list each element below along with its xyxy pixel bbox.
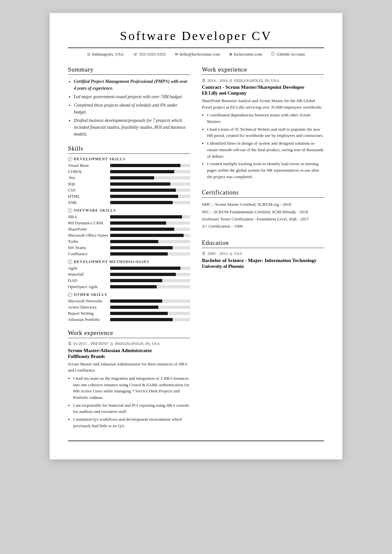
web-icon: ⊕ (229, 52, 232, 57)
skill-bar-bg (110, 215, 190, 218)
we-bullet-item: I lead my team on the migration and inte… (73, 375, 190, 401)
skill-row: MS Dynamics CRM (68, 220, 190, 226)
edu-header: 🗓 2009 – 2012 ⊙ USA (202, 251, 324, 257)
skill-category-label: i DEVELOPMENT SKILLS (68, 157, 190, 161)
bottom-divider (68, 441, 324, 441)
we-bullet-item: I lead a team of 35 Technical Writers an… (207, 126, 324, 139)
skill-bar-fill (110, 195, 178, 198)
title-divider (68, 47, 324, 48)
we-description: SharePoint Business Analyst and Scrum Ma… (202, 98, 324, 110)
education-title: Education (202, 239, 324, 246)
education-section: Education 🗓 2009 – 2012 ⊙ USABachelor of… (202, 239, 324, 269)
calendar-icon: 🗓 (68, 341, 72, 346)
skill-row: Agile (68, 266, 190, 271)
edu-degree: Bachelor of Science - Major: Information… (202, 257, 324, 263)
summary-item-3: Completed these projects ahead of schedu… (74, 102, 190, 115)
we-bullet-item: I created multiple tracking tools to ide… (207, 161, 324, 180)
skill-bar-bg (110, 170, 190, 173)
skill-name: MS Teams (68, 245, 110, 250)
contact-website: ⊕ kickresume.com (229, 51, 262, 57)
skill-row: SQL (68, 181, 190, 187)
skill-row: XML (68, 200, 190, 205)
work-left-container: 🗓 01/2015 – PRESENT ⊙ INDIANAPOLIS, IN, … (68, 341, 190, 429)
work-experience-right-title: Work experience (202, 66, 324, 73)
skill-bar-bg (110, 246, 190, 249)
skills-title: Skills (68, 145, 190, 152)
skill-bar-fill (110, 285, 157, 288)
location-pin-icon: ⊙ (110, 341, 113, 347)
work-experience-right-divider (202, 74, 324, 75)
skill-category-label: i DEVELOPMENT METHODOLOGIES (68, 260, 190, 264)
info-icon: i (68, 208, 72, 213)
skill-name: Active Directory (68, 305, 110, 310)
skill-bar-bg (110, 252, 190, 256)
skill-bar-fill (110, 267, 180, 270)
skill-row: SharePoint (68, 227, 190, 232)
skill-row: HTML (68, 194, 190, 199)
skill-row: Microsoft Office Suites (68, 233, 190, 238)
skill-name: COBOL (68, 169, 110, 174)
cv-page: Software Developer CV ⊙ Indianapolis, US… (50, 13, 342, 459)
skill-bar-fill (110, 279, 162, 282)
work-experience-left-divider (68, 338, 190, 338)
skill-name: Atlassian Portfolio (68, 317, 110, 322)
skill-name: Report Writing (68, 311, 110, 316)
skill-bar-fill (110, 240, 158, 243)
education-divider (202, 248, 324, 248)
contact-location: ⊙ Indianapolis, USA (87, 51, 124, 57)
skill-bar-bg (110, 228, 190, 231)
contact-github: ⓘ GitHub Account (271, 51, 305, 57)
skill-bar-fill (110, 312, 168, 315)
skill-row: DAD (68, 278, 190, 283)
skill-bar-fill (110, 299, 162, 303)
skill-bar-fill (110, 215, 182, 218)
skill-name: SQL (68, 181, 110, 187)
skill-bar-fill (110, 246, 173, 249)
skill-bar-bg (110, 234, 190, 237)
info-icon: i (68, 293, 72, 297)
work-right-container: 🗓 2014 – 2014 ⊙ INDIANAPOLIS, IN, USACon… (202, 78, 324, 180)
skill-bar-bg (110, 182, 190, 186)
skill-category-label: i SOFTWARE SKILLS (68, 208, 190, 213)
contact-bar: ⊙ Indianapolis, USA ☏ 555-5555-5555 ✉ he… (68, 51, 324, 57)
skill-bar-fill (110, 234, 184, 237)
certifications-container: SMC – Scrum Master Certified, SCRUM.org … (202, 201, 324, 230)
we-company: FullBeauty Brands (68, 354, 190, 359)
skill-name: .Net (68, 175, 110, 180)
skill-name: JIRA (68, 214, 110, 219)
skill-bar-fill (110, 318, 173, 321)
skill-row: CSS (68, 188, 190, 193)
skill-bar-bg (110, 279, 190, 282)
we-bullet-item: I identified flaws in design of system a… (207, 140, 324, 159)
skill-row: Confluence (68, 251, 190, 257)
work-experience-left-section: Work experience 🗓 01/2015 – PRESENT ⊙ IN… (68, 329, 190, 429)
skill-row: Microsoft Networks (68, 298, 190, 304)
skill-bar-bg (110, 306, 190, 309)
summary-item-2: Led major government-issued projects wit… (74, 93, 190, 100)
skill-bar-fill (110, 189, 176, 192)
we-header: 🗓 2014 – 2014 ⊙ INDIANAPOLIS, IN, USA (202, 78, 324, 83)
skill-name: Agile (68, 266, 110, 271)
skill-name: Confluence (68, 251, 110, 257)
skill-name: DAD (68, 278, 110, 283)
left-column: Summary Certified Project Management Pro… (68, 66, 190, 430)
skill-row: COBOL (68, 169, 190, 174)
right-column: Work experience 🗓 2014 – 2014 ⊙ INDIANAP… (202, 66, 324, 430)
skill-bar-bg (110, 312, 190, 315)
skills-section: Skills i DEVELOPMENT SKILLSVisual BasicC… (68, 145, 190, 322)
skill-bar-bg (110, 273, 190, 276)
skill-bar-fill (110, 221, 166, 225)
summary-title: Summary (68, 66, 190, 73)
we-job-title: Scrum Master/Atlassian Administrator (68, 348, 190, 353)
info-icon: i (68, 260, 72, 264)
we-bullets: I coordinated dependencies between teams… (202, 112, 324, 180)
we-bullet-item: I coordinated dependencies between teams… (207, 112, 324, 125)
skill-bar-fill (110, 176, 154, 179)
skill-bar-bg (110, 285, 190, 288)
work-experience-right-section: Work experience 🗓 2014 – 2014 ⊙ INDIANAP… (202, 66, 324, 180)
skill-name: MS Dynamics CRM (68, 220, 110, 226)
skill-row: Trello (68, 239, 190, 244)
skill-row: Waterfall (68, 272, 190, 277)
skill-category-label: i OTHER SKILLS (68, 293, 190, 297)
summary-divider (68, 74, 190, 75)
